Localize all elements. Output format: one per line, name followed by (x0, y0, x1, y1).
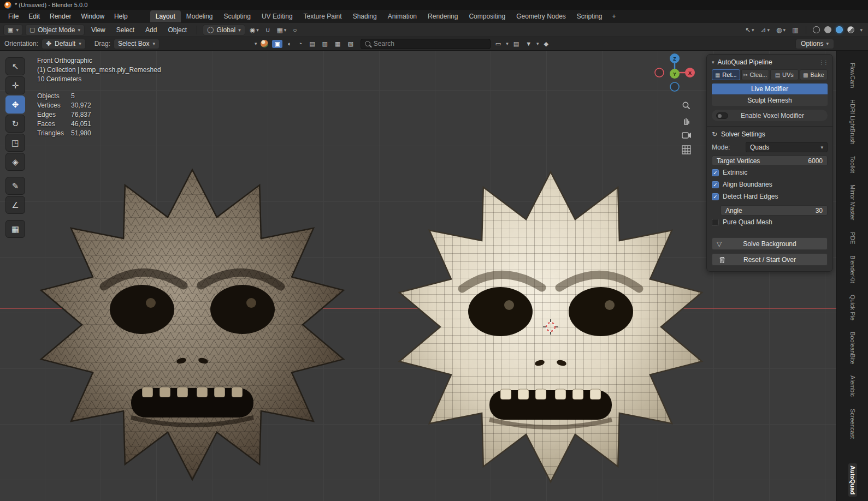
sidebar-tab-mirror-master[interactable]: Mirror Master (848, 182, 857, 222)
snapping-toggle[interactable]: ∪ (263, 25, 273, 35)
drag-grip-icon[interactable]: ⋮⋮ (819, 59, 828, 65)
checkbox-checked-icon[interactable] (712, 193, 719, 200)
tab-uvs[interactable]: ▤ UVs (770, 69, 799, 80)
sidebar-tab-booleanbite[interactable]: BooleanBite (848, 330, 857, 366)
sidebar-tab-alembic[interactable]: Alembic (848, 373, 857, 399)
slanted-grid-icon[interactable]: ▧ (346, 40, 355, 48)
add-cube-tool[interactable]: ▦ (5, 220, 25, 238)
workspace-tab-sculpting[interactable]: Sculpting (219, 10, 256, 22)
clipboard-icon[interactable]: ▤ (512, 40, 521, 48)
checkbox-unchecked-icon[interactable] (712, 219, 719, 226)
select-box-tool[interactable]: ↖ (5, 57, 25, 75)
sidebar-tab-toolkit[interactable]: Toolkit (848, 154, 857, 175)
menu-view[interactable]: View (87, 25, 110, 35)
extrinsic-checkbox-row[interactable]: Extrinsic (712, 167, 828, 178)
grid-mask-icon[interactable]: ▤ (308, 40, 316, 48)
filter-funnel-icon[interactable]: ▼ (524, 40, 533, 47)
mesh-left-triangulated[interactable] (41, 170, 344, 480)
reset-start-over-button[interactable]: Reset / Start Over (712, 253, 828, 266)
live-modifier-button[interactable]: Live Modifier (712, 83, 828, 94)
panel-header[interactable]: ▾ AutoQuad Pipeline ⋮⋮ (712, 58, 828, 69)
sidebar-tab-hdri-lightbrush[interactable]: HDRI LightBrush (848, 97, 857, 147)
search-input[interactable] (374, 40, 486, 47)
object-mode-dropdown[interactable]: ▢ Object Mode ▾ (25, 25, 85, 35)
menu-select[interactable]: Select (112, 25, 139, 35)
shading-dropdown[interactable]: ▾ (858, 26, 865, 34)
grid-view-icon[interactable] (682, 145, 691, 154)
circle-falloff-icon[interactable]: ◔ (297, 40, 304, 47)
axis-z-negative-handle[interactable] (670, 82, 679, 91)
sidebar-tab-pde[interactable]: PDE (848, 230, 857, 247)
shading-wireframe-button[interactable] (813, 26, 820, 33)
checkbox-checked-icon[interactable] (712, 181, 719, 188)
measure-tool[interactable]: ∠ (5, 196, 25, 214)
overlays-dropdown[interactable]: ◍ ▾ (774, 25, 788, 35)
viewport-canvas[interactable]: ↖ ✛ ✥ ↻ ◳ ◈ ✎ ∠ ▦ Front Orthographic (1)… (0, 51, 836, 501)
workspace-tab-texture-paint[interactable]: Texture Paint (298, 10, 347, 22)
detect-hard-edges-checkbox-row[interactable]: Detect Hard Edges (712, 191, 828, 202)
move-tool[interactable]: ✥ (5, 96, 25, 114)
tab-cleanup[interactable]: ✂ Clea... (741, 69, 770, 80)
scale-tool[interactable]: ◳ (5, 134, 25, 152)
pivot-point-dropdown[interactable]: ◉ ▾ (247, 25, 261, 35)
options-button[interactable]: Options ▾ (795, 39, 834, 49)
drag-dropdown[interactable]: Select Box ▾ (114, 39, 160, 49)
workspace-tab-shading[interactable]: Shading (347, 10, 382, 22)
workspace-tab-compositing[interactable]: Compositing (463, 10, 511, 22)
proportional-editing-toggle[interactable]: ○ (291, 25, 299, 35)
search-box[interactable] (361, 39, 491, 49)
rotate-tool[interactable]: ↻ (5, 115, 25, 133)
menu-render[interactable]: Render (45, 11, 76, 22)
shading-solid-button[interactable] (824, 26, 831, 33)
snapping-dropdown[interactable]: ▦ ▾ (274, 25, 288, 35)
menu-file[interactable]: File (3, 11, 23, 22)
region-box-icon[interactable]: ▭ (494, 40, 503, 48)
workspace-tab-uv-editing[interactable]: UV Editing (256, 10, 298, 22)
workspace-tab-modeling[interactable]: Modeling (181, 10, 219, 22)
vertical-grid-icon[interactable]: ▥ (321, 40, 329, 48)
pure-quad-mesh-checkbox-row[interactable]: Pure Quad Mesh (712, 217, 828, 228)
orientation-dropdown[interactable]: ✥ Default ▾ (42, 39, 86, 49)
menu-window[interactable]: Window (76, 11, 109, 22)
sidebar-tab-blenderkit[interactable]: BlenderKit (848, 253, 857, 285)
menu-add[interactable]: Add (141, 25, 161, 35)
mesh-right-quads[interactable] (399, 172, 702, 482)
pan-hand-icon[interactable] (682, 116, 691, 126)
menu-help[interactable]: Help (109, 11, 133, 22)
menu-object[interactable]: Object (163, 25, 191, 35)
mesh-grid-icon[interactable]: ▦ (333, 40, 342, 48)
sidebar-tab-quick-pie[interactable]: Quick Pie (848, 293, 857, 323)
editor-type-selector[interactable]: ▣ ▾ (3, 25, 23, 35)
sculpt-remesh-button[interactable]: Sculpt Remesh (712, 95, 828, 106)
checkbox-checked-icon[interactable] (712, 169, 719, 176)
shield-icon[interactable]: ◆ (542, 40, 550, 48)
cursor-tool[interactable]: ✛ (5, 76, 25, 94)
shading-material-preview-button[interactable] (836, 26, 843, 33)
transform-tool[interactable]: ◈ (5, 153, 25, 171)
material-preview-ball-icon[interactable] (261, 40, 268, 47)
workspace-tab-animation[interactable]: Animation (382, 10, 422, 22)
shading-rendered-button[interactable] (847, 26, 854, 33)
solve-background-button[interactable]: ▽ Solve Background (712, 237, 828, 250)
add-workspace-button[interactable]: + (608, 11, 621, 21)
angle-field[interactable]: Angle 30 (721, 205, 828, 216)
workspace-tab-layout[interactable]: Layout (150, 10, 181, 22)
half-sphere-icon[interactable]: ◐ (286, 40, 293, 47)
sidebar-tab-autoquad[interactable]: AutoQuad (848, 463, 857, 497)
workspace-tab-geometry-nodes[interactable]: Geometry Nodes (511, 10, 571, 22)
sidebar-tab-screencast[interactable]: Screencast (848, 407, 857, 441)
camera-view-icon[interactable] (682, 132, 692, 139)
xray-toggle[interactable]: ▥ (790, 25, 800, 35)
zoom-icon[interactable] (682, 101, 691, 110)
transform-orientation-dropdown[interactable]: ◯ Global ▾ (203, 25, 245, 35)
workspace-tab-scripting[interactable]: Scripting (571, 10, 608, 22)
target-vertices-field[interactable]: Target Vertices 6000 (712, 156, 828, 166)
menu-edit[interactable]: Edit (23, 11, 45, 22)
navigation-gizmo[interactable]: Z X Y (651, 52, 698, 97)
gizmos-dropdown[interactable]: ⊿ ▾ (759, 25, 772, 35)
sidebar-tab-flowcam[interactable]: FlowCam (848, 61, 857, 90)
chevron-down-icon[interactable]: ▾ (255, 41, 257, 46)
active-selection-mode-icon[interactable]: ▣ (272, 40, 282, 48)
tab-retopo[interactable]: ▦ Ret... (712, 69, 740, 80)
workspace-tab-rendering[interactable]: Rendering (422, 10, 463, 22)
